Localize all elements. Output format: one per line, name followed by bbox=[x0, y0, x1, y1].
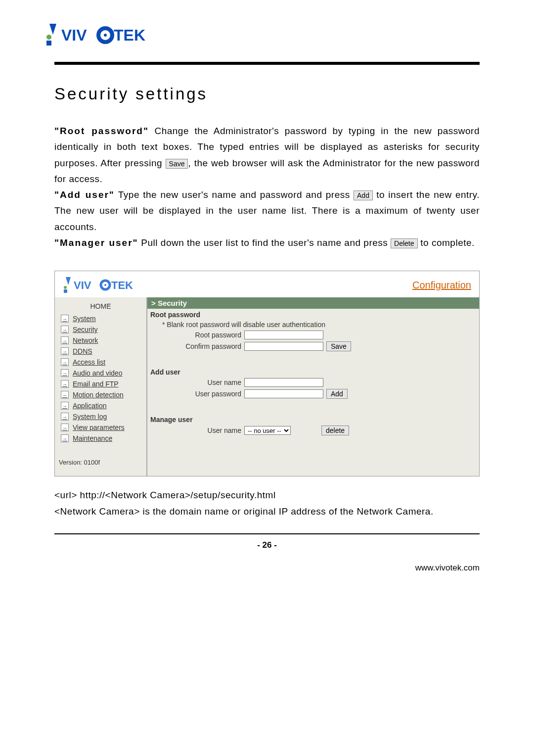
arrow-icon: → bbox=[61, 326, 69, 333]
sidebar-item-audiovideo[interactable]: →Audio and video bbox=[55, 368, 146, 378]
svg-text:TEK: TEK bbox=[114, 26, 145, 44]
sidebar-label-accesslist: Access list bbox=[73, 358, 105, 366]
body-text: "Root password" Change the Administrator… bbox=[54, 123, 480, 251]
breadcrumb: > Security bbox=[147, 297, 479, 309]
page-number: - 26 - bbox=[54, 540, 480, 550]
svg-rect-2 bbox=[46, 41, 51, 46]
sidebar-item-network[interactable]: →Network bbox=[55, 335, 146, 346]
sidebar-item-viewparams[interactable]: →View parameters bbox=[55, 422, 146, 433]
sidebar-label-system: System bbox=[73, 315, 96, 323]
svg-point-11 bbox=[104, 284, 106, 286]
add-button[interactable]: Add bbox=[326, 389, 348, 399]
manager-user-label: "Manager user" bbox=[54, 237, 138, 248]
confirm-password-field-label: Confirm password bbox=[162, 342, 241, 350]
arrow-icon: → bbox=[61, 402, 69, 410]
content-panel: > Security Root password * Blank root pa… bbox=[147, 297, 479, 476]
config-ui: VIV TEK Configuration HOME →System →Secu… bbox=[54, 271, 480, 476]
svg-point-4 bbox=[104, 34, 107, 37]
configuration-link[interactable]: Configuration bbox=[412, 280, 471, 291]
svg-point-7 bbox=[64, 286, 67, 289]
sidebar-item-security[interactable]: →Security bbox=[55, 324, 146, 335]
bottom-divider bbox=[54, 533, 480, 534]
para3-before: Pull down the user list to find the user… bbox=[141, 237, 391, 248]
para3-after: to complete. bbox=[418, 237, 475, 248]
add-user-label: "Add user" bbox=[54, 189, 115, 200]
arrow-icon: → bbox=[61, 336, 69, 344]
sidebar-label-security: Security bbox=[73, 326, 98, 333]
para2-before: Type the new user's name and password an… bbox=[118, 189, 354, 200]
arrow-icon: → bbox=[61, 347, 69, 355]
root-password-note: * Blank root password will disable user … bbox=[147, 320, 479, 330]
svg-point-1 bbox=[46, 35, 51, 40]
arrow-icon: → bbox=[61, 369, 69, 377]
brand-logo: VIV TEK bbox=[44, 20, 480, 49]
sidebar-label-emailftp: Email and FTP bbox=[73, 380, 119, 388]
top-divider bbox=[54, 62, 480, 65]
root-password-field-label: Root password bbox=[162, 331, 241, 339]
sidebar-label-systemlog: System log bbox=[73, 413, 107, 421]
sidebar-label-ddns: DDNS bbox=[73, 347, 92, 355]
version-label: Version: 0100f bbox=[55, 444, 146, 466]
inline-add-button: Add bbox=[354, 190, 373, 200]
sidebar-item-emailftp[interactable]: →Email and FTP bbox=[55, 378, 146, 389]
root-password-input[interactable] bbox=[244, 331, 323, 339]
add-user-title: Add user bbox=[147, 366, 479, 377]
userpassword-input[interactable] bbox=[244, 389, 323, 398]
inline-delete-button: Delete bbox=[391, 238, 417, 248]
username-field-label: User name bbox=[162, 378, 241, 386]
inline-save-button: Save bbox=[166, 159, 188, 169]
manage-username-label: User name bbox=[162, 426, 241, 434]
root-password-title: Root password bbox=[147, 309, 479, 320]
footnote: <url> http://<Network Camera>/setup/secu… bbox=[54, 487, 480, 520]
arrow-icon: → bbox=[61, 391, 69, 399]
sidebar-item-accesslist[interactable]: →Access list bbox=[55, 357, 146, 368]
sidebar-item-maintenance[interactable]: →Maintenance bbox=[55, 433, 146, 444]
svg-marker-0 bbox=[49, 24, 56, 35]
sidebar: HOME →System →Security →Network →DDNS →A… bbox=[55, 297, 147, 476]
website-url: www.vivotek.com bbox=[54, 563, 480, 573]
svg-rect-8 bbox=[64, 289, 67, 293]
sidebar-label-audiovideo: Audio and video bbox=[73, 369, 122, 377]
sidebar-item-ddns[interactable]: →DDNS bbox=[55, 346, 146, 357]
sidebar-item-systemlog[interactable]: →System log bbox=[55, 411, 146, 422]
sidebar-home[interactable]: HOME bbox=[55, 297, 146, 313]
manage-user-select[interactable]: -- no user -- bbox=[244, 426, 291, 435]
sidebar-label-network: Network bbox=[73, 336, 98, 344]
root-password-label: "Root password" bbox=[54, 126, 149, 136]
delete-button[interactable]: delete bbox=[321, 425, 349, 435]
svg-text:VIV: VIV bbox=[74, 279, 91, 291]
arrow-icon: → bbox=[61, 358, 69, 366]
sidebar-label-maintenance: Maintenance bbox=[73, 434, 112, 442]
network-camera-note: <Network Camera> is the domain name or o… bbox=[54, 504, 480, 520]
arrow-icon: → bbox=[61, 434, 69, 442]
sidebar-label-application: Application bbox=[73, 402, 107, 410]
arrow-icon: → bbox=[61, 315, 69, 323]
config-header: VIV TEK Configuration bbox=[55, 271, 479, 297]
manage-user-title: Manage user bbox=[147, 414, 479, 425]
svg-text:TEK: TEK bbox=[111, 279, 133, 291]
config-logo: VIV TEK bbox=[63, 275, 147, 295]
save-button[interactable]: Save bbox=[326, 341, 351, 351]
sidebar-item-motion[interactable]: →Motion detection bbox=[55, 389, 146, 400]
sidebar-item-system[interactable]: →System bbox=[55, 313, 146, 324]
userpassword-field-label: User password bbox=[162, 390, 241, 398]
confirm-password-input[interactable] bbox=[244, 342, 323, 351]
arrow-icon: → bbox=[61, 413, 69, 421]
sidebar-item-application[interactable]: →Application bbox=[55, 400, 146, 411]
sidebar-label-motion: Motion detection bbox=[73, 391, 124, 399]
brand-text: VIV bbox=[61, 26, 87, 44]
arrow-icon: → bbox=[61, 424, 69, 431]
sidebar-label-viewparams: View parameters bbox=[73, 424, 125, 431]
svg-marker-6 bbox=[66, 277, 71, 285]
arrow-icon: → bbox=[61, 380, 69, 388]
username-input[interactable] bbox=[244, 378, 323, 387]
page-title: Security settings bbox=[54, 85, 480, 103]
url-line: <url> http://<Network Camera>/setup/secu… bbox=[54, 487, 480, 503]
